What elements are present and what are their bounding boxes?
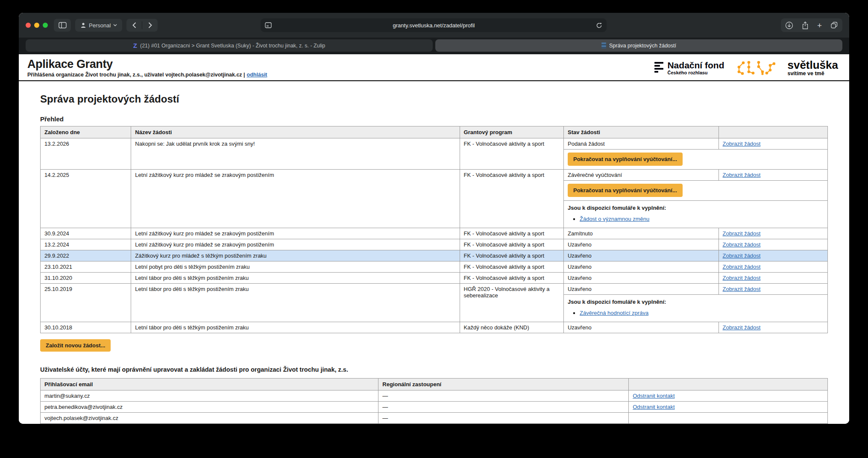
new-tab-icon[interactable]: +: [817, 21, 822, 29]
request-program: FK - Volnočasové aktivity a sport: [460, 273, 563, 284]
request-program: HGŘ 2020 - Volnočasové aktivity a sebere…: [460, 284, 563, 322]
request-date: 30.10.2018: [41, 322, 131, 333]
forms-available-label: Jsou k dispozici fomuláře k vyplnění:: [568, 205, 824, 211]
request-name: Letní zážitkový kurz pro mládež se zrako…: [131, 170, 460, 228]
tab-overview-icon[interactable]: [830, 21, 838, 29]
downloads-icon[interactable]: [785, 21, 793, 29]
forms-list: Závěrečná hodnotící zpráva: [568, 310, 824, 316]
form-link[interactable]: Závěrečná hodnotící zpráva: [580, 310, 648, 316]
request-status: Uzavřeno: [563, 261, 718, 273]
zobrazit-zadost-link[interactable]: Zobrazit žádost: [723, 230, 761, 237]
zobrazit-zadost-link[interactable]: Zobrazit žádost: [723, 324, 761, 331]
request-name: Letní zážitkový kurz pro mládež se zrako…: [131, 239, 460, 250]
request-actions: Zobrazit žádost: [718, 261, 827, 273]
account-actions: [629, 413, 828, 424]
nadacni-fond-subtitle: Českého rozhlasu: [667, 70, 724, 75]
requests-table-header-row: Založeno dne Název žádosti Grantový prog…: [41, 126, 828, 138]
login-info-text: Přihlášená organizace Život trochu jinak…: [27, 72, 245, 78]
tab-bar: Z (21) #01 Organizacni > Grant Svetluska…: [19, 38, 849, 54]
browser-window: Personal granty.svetluska.net/zadatel/pr…: [19, 13, 849, 424]
svetluska-dots-icon: [736, 60, 775, 76]
forms-list-item: Závěrečná hodnotící zpráva: [580, 310, 824, 316]
request-date: 13.2.2024: [41, 239, 131, 250]
site-header-left: Aplikace Granty Přihlášená organizace Ži…: [27, 58, 267, 78]
col-header-remove: [629, 379, 828, 390]
tab-sprava-zadosti[interactable]: Správa projektových žádostí: [435, 39, 842, 52]
page-settings-icon[interactable]: [265, 22, 272, 28]
request-program: FK - Volnočasové aktivity a sport: [460, 170, 563, 228]
continue-vyuctovani-button[interactable]: Pokračovat na vyplňování vyúčtování...: [568, 184, 683, 197]
tab-zulip[interactable]: Z (21) #01 Organizacni > Grant Svetluska…: [26, 39, 433, 52]
accounts-table-header-row: Přihlašovací email Regionální zastoupení: [41, 379, 828, 390]
forms-list: Žádost o významnou změnu: [568, 216, 824, 222]
requests-table: Založeno dne Název žádosti Grantový prog…: [40, 126, 828, 333]
forward-button[interactable]: [142, 19, 158, 32]
odstranit-kontakt-link[interactable]: Odstranit kontakt: [633, 393, 674, 399]
forms-available-label: Jsou k dispozici fomuláře k vyplnění:: [568, 299, 824, 305]
col-header-region: Regionální zastoupení: [378, 379, 629, 390]
request-row: 31.10.2020Letní tábor pro děti s těžkým …: [41, 273, 828, 284]
odstranit-kontakt-link[interactable]: Odstranit kontakt: [633, 404, 674, 410]
request-status: Podaná žádost: [563, 138, 718, 150]
zoom-window-button[interactable]: [43, 23, 48, 28]
nadacni-fond-logo: Nadační fond Českého rozhlasu: [654, 60, 724, 75]
logout-link[interactable]: odhlásit: [247, 72, 267, 78]
account-row: martin@sukany.cz—Odstranit kontakt: [41, 390, 828, 402]
zobrazit-zadost-link[interactable]: Zobrazit žádost: [723, 172, 761, 178]
request-row: 13.2.2026Nakopni se: Jak udělat prvník k…: [41, 138, 828, 150]
zobrazit-zadost-link[interactable]: Zobrazit žádost: [723, 141, 761, 147]
page-content: Aplikace Granty Přihlášená organizace Ži…: [19, 54, 849, 424]
profile-button[interactable]: Personal: [75, 19, 122, 32]
forms-cell: Jsou k dispozici fomuláře k vyplnění:Záv…: [563, 295, 827, 322]
request-program: FK - Volnočasové aktivity a sport: [460, 261, 563, 273]
request-name: Letní pobyt pro děti s těžkým postižením…: [131, 261, 460, 273]
request-row: 23.10.2021Letní pobyt pro děti s těžkým …: [41, 261, 828, 273]
request-actions: Zobrazit žádost: [718, 250, 827, 261]
request-row: 14.2.2025Letní zážitkový kurz pro mládež…: [41, 170, 828, 181]
request-row: 30.9.2024Letní zážitkový kurz pro mládež…: [41, 228, 828, 239]
window-controls: [26, 23, 48, 28]
account-region: —: [378, 390, 629, 402]
main-area: Správa projektových žádostí Přehled Zalo…: [19, 93, 849, 424]
toolbar-right-group: +: [781, 18, 842, 32]
request-date: 31.10.2020: [41, 273, 131, 284]
request-name: Letní tábor pro děti s těžkým postižením…: [131, 284, 460, 322]
request-row: 25.10.2019Letní tábor pro děti s těžkým …: [41, 284, 828, 295]
zobrazit-zadost-link[interactable]: Zobrazit žádost: [723, 286, 761, 292]
address-bar[interactable]: granty.svetluska.net/zadatel/profil: [261, 18, 607, 32]
col-header-program: Grantový program: [460, 126, 563, 138]
account-email: vojtech.polasek@zivotjinak.cz: [41, 413, 378, 424]
minimize-window-button[interactable]: [34, 23, 39, 28]
continue-cell: Pokračovat na vyplňování vyúčtování...: [563, 150, 827, 170]
reload-icon[interactable]: [596, 22, 602, 29]
request-date: 14.2.2025: [41, 170, 131, 228]
continue-vyuctovani-button[interactable]: Pokračovat na vyplňování vyúčtování...: [568, 153, 683, 166]
request-actions: Zobrazit žádost: [718, 322, 827, 333]
request-actions: Zobrazit žádost: [718, 239, 827, 250]
account-email: petra.benedikova@zivotjinak.cz: [41, 402, 378, 413]
back-button[interactable]: [126, 19, 142, 32]
share-icon[interactable]: [802, 21, 809, 29]
sidebar-toggle-button[interactable]: [54, 19, 71, 32]
zobrazit-zadost-link[interactable]: Zobrazit žádost: [723, 252, 761, 259]
col-header-date: Založeno dne: [41, 126, 131, 138]
zobrazit-zadost-link[interactable]: Zobrazit žádost: [723, 275, 761, 281]
request-status: Uzavřeno: [563, 322, 718, 333]
request-status: Uzavřeno: [563, 273, 718, 284]
page-title: Správa projektových žádostí: [40, 93, 828, 105]
zobrazit-zadost-link[interactable]: Zobrazit žádost: [723, 264, 761, 270]
tab-label: (21) #01 Organizacni > Grant Svetluska (…: [140, 43, 325, 49]
account-region: —: [378, 402, 629, 413]
account-row: petra.benedikova@zivotjinak.cz—Odstranit…: [41, 402, 828, 413]
form-link[interactable]: Žádost o významnou změnu: [580, 216, 649, 222]
sidebar-icon: [59, 22, 67, 29]
col-header-email: Přihlašovací email: [41, 379, 378, 390]
account-actions: Odstranit kontakt: [629, 390, 828, 402]
close-window-button[interactable]: [26, 23, 31, 28]
browser-toolbar: Personal granty.svetluska.net/zadatel/pr…: [19, 13, 849, 38]
new-request-button[interactable]: Založit novou žádost...: [40, 339, 111, 352]
zobrazit-zadost-link[interactable]: Zobrazit žádost: [723, 241, 761, 248]
forms-list-item: Žádost o významnou změnu: [580, 216, 824, 222]
request-actions: Zobrazit žádost: [718, 273, 827, 284]
request-row: 29.9.2022Zážitkový kurz pro mládež s těž…: [41, 250, 828, 261]
